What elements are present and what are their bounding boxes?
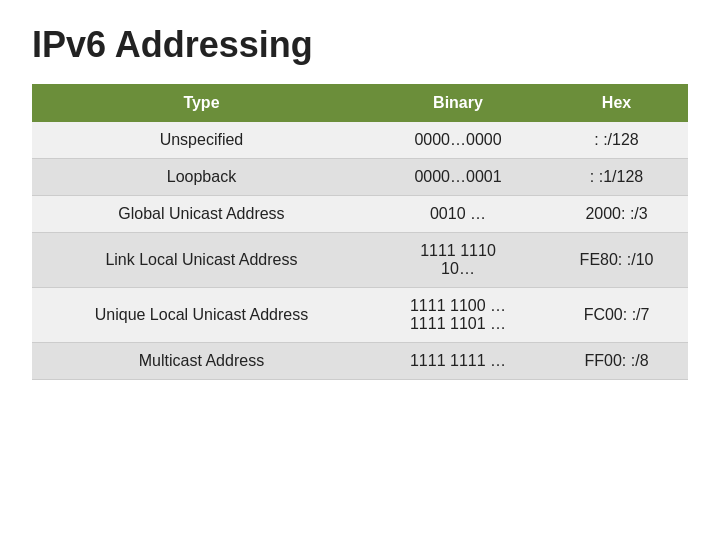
table-row: Link Local Unicast Address1111 111010…FE… [32,233,688,288]
table-header-row: Type Binary Hex [32,84,688,122]
cell-hex: FC00: :/7 [545,288,688,343]
cell-type: Loopback [32,159,371,196]
col-header-hex: Hex [545,84,688,122]
table-row: Unspecified0000…0000: :/128 [32,122,688,159]
table-row: Multicast Address1111 1111 …FF00: :/8 [32,343,688,380]
cell-hex: FE80: :/10 [545,233,688,288]
col-header-type: Type [32,84,371,122]
ipv6-table: Type Binary Hex Unspecified0000…0000: :/… [32,84,688,380]
cell-type: Unspecified [32,122,371,159]
cell-binary: 1111 1111 … [371,343,545,380]
col-header-binary: Binary [371,84,545,122]
table-row: Unique Local Unicast Address1111 1100 …1… [32,288,688,343]
cell-binary: 1111 111010… [371,233,545,288]
page-title: IPv6 Addressing [32,24,688,66]
cell-hex: FF00: :/8 [545,343,688,380]
cell-type: Unique Local Unicast Address [32,288,371,343]
cell-binary: 0000…0000 [371,122,545,159]
cell-binary: 0010 … [371,196,545,233]
cell-binary: 0000…0001 [371,159,545,196]
table-row: Loopback0000…0001: :1/128 [32,159,688,196]
table-row: Global Unicast Address0010 …2000: :/3 [32,196,688,233]
cell-hex: 2000: :/3 [545,196,688,233]
cell-hex: : :1/128 [545,159,688,196]
page: IPv6 Addressing Type Binary Hex Unspecif… [0,0,720,540]
cell-hex: : :/128 [545,122,688,159]
cell-type: Link Local Unicast Address [32,233,371,288]
cell-type: Global Unicast Address [32,196,371,233]
cell-type: Multicast Address [32,343,371,380]
cell-binary: 1111 1100 …1111 1101 … [371,288,545,343]
